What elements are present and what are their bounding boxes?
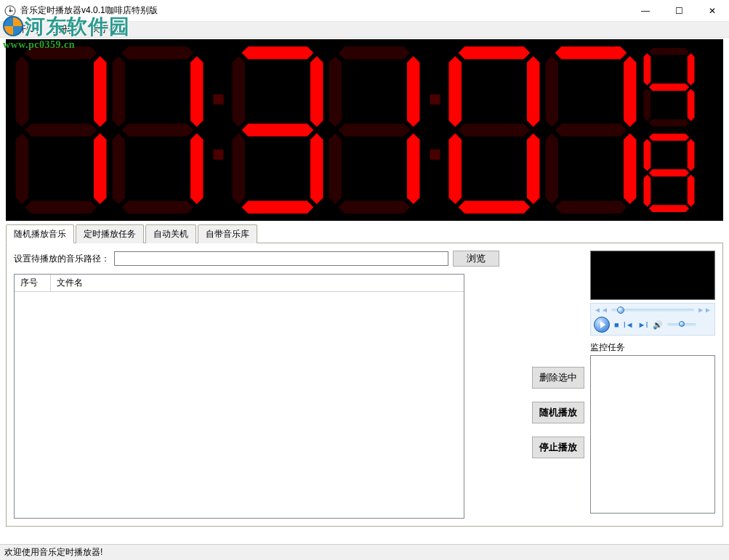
title-bar: 音乐定时播放器v4.0.1咖啡店特别版 — ☐ ✕	[0, 0, 729, 22]
stop-play-button[interactable]: 停止播放	[532, 437, 584, 458]
tab-random-play[interactable]: 随机播放音乐	[6, 224, 74, 243]
minimize-button[interactable]: —	[629, 0, 662, 22]
column-index[interactable]: 序号	[15, 275, 51, 291]
music-path-input[interactable]	[114, 251, 448, 266]
menu-bar: 打开(O) 注册(R) 关于(A)	[0, 22, 729, 38]
file-list[interactable]: 序号 文件名	[14, 274, 464, 519]
delete-selected-button[interactable]: 删除选中	[532, 367, 584, 389]
prev-button[interactable]: I◄	[624, 320, 634, 329]
volume-slider[interactable]	[667, 323, 696, 326]
maximize-icon: ☐	[675, 6, 683, 16]
seek-back-icon[interactable]: ◄◄	[594, 306, 608, 314]
tab-music-library[interactable]: 自带音乐库	[198, 224, 257, 243]
status-text: 欢迎使用音乐定时播放器!	[4, 546, 102, 559]
menu-about[interactable]: 关于(A)	[86, 22, 126, 37]
browse-button[interactable]: 浏览	[453, 251, 499, 267]
volume-icon[interactable]: 🔊	[653, 320, 663, 330]
svg-rect-5	[214, 150, 224, 160]
app-icon	[4, 5, 16, 17]
svg-rect-6	[430, 94, 440, 105]
seek-forward-icon[interactable]: ►►	[697, 306, 712, 314]
tab-bar: 随机播放音乐 定时播放任务 自动关机 自带音乐库	[6, 224, 723, 243]
maximize-button[interactable]: ☐	[662, 0, 696, 22]
svg-rect-4	[214, 94, 224, 105]
monitor-tasks-label: 监控任务	[590, 341, 715, 354]
tab-scheduled-tasks[interactable]: 定时播放任务	[76, 224, 144, 243]
media-controls: ◄◄ ►► ■ I◄ ►I 🔊	[590, 303, 715, 336]
close-button[interactable]: ✕	[696, 0, 729, 22]
media-preview	[590, 251, 715, 300]
tab-panel: 设置待播放的音乐路径： 浏览 序号 文件名 删除选中 随机播放 停止播放 ◄◄	[6, 243, 723, 527]
play-icon	[600, 321, 605, 328]
play-button[interactable]	[594, 317, 610, 333]
music-path-label: 设置待播放的音乐路径：	[14, 253, 110, 265]
close-icon: ✕	[709, 6, 716, 16]
window-title: 音乐定时播放器v4.0.1咖啡店特别版	[20, 4, 629, 17]
clock-display	[6, 39, 723, 221]
minimize-icon: —	[641, 6, 650, 16]
svg-rect-7	[430, 150, 440, 160]
stop-button[interactable]: ■	[614, 320, 619, 329]
status-bar: 欢迎使用音乐定时播放器!	[0, 544, 729, 560]
random-play-button[interactable]: 随机播放	[532, 402, 584, 423]
monitor-tasks-list[interactable]	[590, 355, 715, 514]
next-button[interactable]: ►I	[638, 320, 648, 329]
menu-register[interactable]: 注册(R)	[44, 22, 86, 37]
seek-slider[interactable]	[611, 309, 694, 312]
column-filename[interactable]: 文件名	[51, 275, 464, 291]
menu-open[interactable]: 打开(O)	[3, 22, 44, 37]
tab-auto-shutdown[interactable]: 自动关机	[145, 224, 196, 243]
